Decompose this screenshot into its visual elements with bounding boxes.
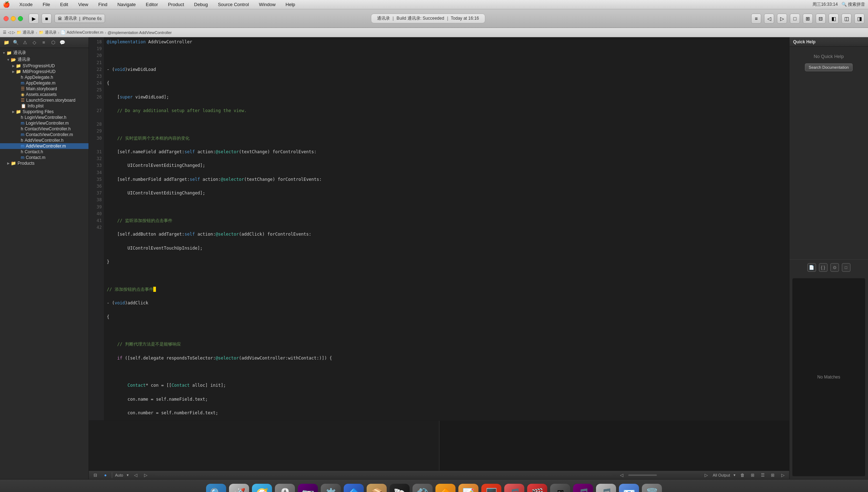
dock-safari[interactable]: 🧭 (252, 484, 272, 492)
sidebar-item-addvc-m[interactable]: m AddViewController.m (0, 143, 89, 149)
code-content[interactable]: @implementation AddViewController - (voi… (104, 37, 789, 420)
dock-sketch[interactable]: 🔶 (435, 484, 456, 492)
breadcrumb-nav-prev[interactable]: ◁ (8, 30, 11, 35)
breadcrumb-item-1[interactable]: 📁 通讯录 (16, 30, 34, 35)
sidebar-item-assets[interactable]: ◉ Assets.xcassets (0, 92, 89, 97)
tree-subfolder-1[interactable]: ▼ 📂 通讯录 (0, 56, 89, 63)
menu-find[interactable]: Find (96, 1, 109, 8)
scroll-track[interactable] (628, 474, 700, 476)
dock-launchpad[interactable]: 🚀 (229, 484, 249, 492)
tree-root[interactable]: ▼ 📁 通讯录 (0, 49, 89, 56)
run-button[interactable]: ▶ (29, 14, 39, 24)
toggle-sidebar-btn[interactable]: ⊟ (92, 472, 99, 478)
qh-file-icon[interactable]: 📄 (807, 263, 816, 272)
menu-editor[interactable]: Editor (144, 1, 160, 8)
sidebar-item-svprogress[interactable]: ▶ 📁 SVProgressHUD (0, 63, 89, 69)
stop-button[interactable]: ■ (42, 14, 52, 24)
dock-system-prefs[interactable]: ⚒️ (412, 484, 433, 492)
minimize-button[interactable] (11, 16, 16, 21)
sidebar-item-loginvc-m[interactable]: m LoginViewController.m (0, 120, 89, 126)
breakpoint-btn[interactable]: ● (102, 472, 109, 478)
code-editor[interactable]: 18 19 20 21 22 23 24 25 26 27 28 29 30 3… (89, 37, 789, 420)
dock-trash[interactable]: 🗑️ (642, 484, 662, 492)
forward-button[interactable]: ▷ (777, 14, 787, 24)
breadcrumb-item-2[interactable]: 📁 通讯录 (39, 30, 57, 35)
qh-bracket-icon[interactable]: { } (819, 263, 828, 272)
dock-package[interactable]: 📦 (367, 484, 387, 492)
menu-debug[interactable]: Debug (192, 1, 210, 8)
sidebar-item-supporting[interactable]: ▶ 📁 Supporting Files (0, 109, 89, 115)
sidebar-item-addvc-h[interactable]: h AddViewController.h (0, 138, 89, 143)
breakpoint-navigator[interactable]: ⬡ (49, 39, 57, 46)
dock-settings[interactable]: 🖥 (550, 484, 570, 492)
menu-window[interactable]: Window (257, 1, 278, 8)
dock-xcode[interactable]: 🔷 (344, 484, 364, 492)
show-navigator[interactable]: ◧ (829, 14, 839, 24)
navigator-toggle[interactable]: ≡ (751, 14, 761, 24)
qh-ref-icon[interactable]: □ (842, 263, 850, 272)
sidebar-item-main-storyboard[interactable]: ☰ Main.storyboard (0, 86, 89, 92)
breadcrumb-nav-next[interactable]: ▷ (12, 30, 15, 35)
jump-prev[interactable]: ◁ (132, 472, 139, 478)
breadcrumb-item-4[interactable]: @implementation AddViewController (108, 30, 172, 35)
sidebar-item-loginvc-h[interactable]: h LoginViewController.h (0, 115, 89, 120)
menu-edit[interactable]: Edit (58, 1, 70, 8)
sidebar-item-contact-m[interactable]: m Contact.m (0, 155, 89, 160)
dock-pages[interactable]: 📝 (458, 484, 478, 492)
search-documentation-button[interactable]: Search Documentation (805, 63, 853, 71)
output-chevron[interactable]: ▼ (733, 473, 736, 477)
sidebar-item-contactvc-m[interactable]: m ContactViewController.m (0, 132, 89, 138)
dock-music[interactable]: 🎵 (573, 484, 593, 492)
menu-view[interactable]: View (76, 1, 90, 8)
sidebar-item-appdelegate-m[interactable]: m AppDelegate.m (0, 80, 89, 86)
standard-editor[interactable]: □ (790, 14, 800, 24)
menu-navigate[interactable]: Navigate (115, 1, 138, 8)
search-navigator[interactable]: 🔍 (12, 39, 19, 46)
close-button[interactable] (4, 16, 9, 21)
icon-view-btn[interactable]: ⊞ (769, 472, 776, 478)
test-navigator[interactable]: ◇ (31, 39, 38, 46)
scheme-selector[interactable]: 🏛 通讯录 | iPhone 6s (54, 14, 105, 23)
split-view-btn[interactable]: ⊞ (749, 472, 756, 478)
apple-menu[interactable]: 🍎 (3, 1, 10, 8)
menu-help[interactable]: Help (283, 1, 297, 8)
dock-mail[interactable]: 📧 (619, 484, 639, 492)
warning-navigator[interactable]: ⚠ (22, 39, 29, 46)
menu-source-control[interactable]: Source Control (216, 1, 251, 8)
qh-target-icon[interactable]: ⊙ (830, 263, 839, 272)
scroll-right[interactable]: ▷ (703, 472, 710, 478)
clear-console[interactable]: 🗑 (739, 472, 746, 478)
dock-powerpoint[interactable]: 🖥️ (481, 484, 501, 492)
folder-icon-btn[interactable]: 📁 (3, 39, 10, 46)
report-navigator[interactable]: 💬 (59, 39, 66, 46)
jump-next[interactable]: ▷ (142, 472, 149, 478)
menu-file[interactable]: File (40, 1, 52, 8)
assistant-editor[interactable]: ⊞ (803, 14, 813, 24)
auto-chevron[interactable]: ▼ (126, 473, 129, 477)
dock-terminal[interactable]: 🐚 (390, 484, 410, 492)
debug-navigator[interactable]: ≡ (40, 39, 47, 46)
dock-player[interactable]: 🎵 (504, 484, 524, 492)
list-view-btn[interactable]: ☰ (759, 472, 766, 478)
dock-itunes[interactable]: 🎵 (596, 484, 616, 492)
back-button[interactable]: ◁ (764, 14, 774, 24)
dock-finder[interactable]: 🔍 (206, 484, 226, 492)
dock-camera[interactable]: 📷 (298, 484, 318, 492)
show-utilities[interactable]: ◨ (854, 14, 864, 24)
toggle-console[interactable]: ▷ (779, 472, 786, 478)
dock-mouse[interactable]: 🖱️ (275, 484, 295, 492)
sidebar-item-plist[interactable]: 📋 Info.plist (0, 103, 89, 109)
maximize-button[interactable] (18, 16, 23, 21)
dock-qqplayer[interactable]: 🎬 (527, 484, 547, 492)
sidebar-toggle-btn[interactable]: ☰ (3, 30, 6, 35)
menubar-search[interactable]: 🔍 搜索拼音 (841, 1, 865, 8)
menu-product[interactable]: Product (166, 1, 186, 8)
sidebar-item-launch[interactable]: ☰ LaunchScreen.storyboard (0, 97, 89, 103)
dock-tools[interactable]: ⚙️ (321, 484, 341, 492)
show-debug[interactable]: ◫ (841, 14, 852, 24)
sidebar-item-appdelegate-h[interactable]: h AppDelegate.h (0, 74, 89, 80)
breadcrumb-item-3[interactable]: 📄 AddViewController.m (61, 30, 103, 35)
scroll-left[interactable]: ◁ (618, 472, 625, 478)
sidebar-item-contactvc-h[interactable]: h ContactViewController.h (0, 126, 89, 132)
sidebar-item-products[interactable]: ▶ 📁 Products (0, 160, 89, 166)
